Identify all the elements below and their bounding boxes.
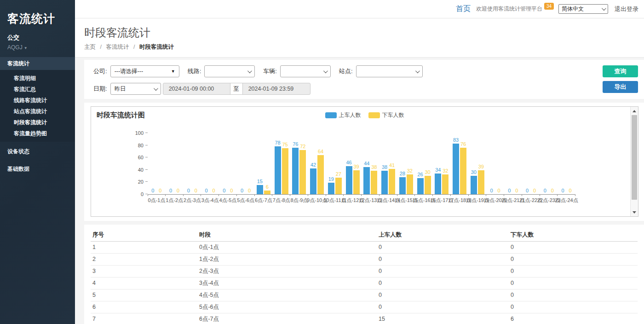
scrollbar-thumb[interactable] — [632, 115, 637, 200]
logout-link[interactable]: 退出登录 — [615, 5, 638, 13]
x-axis-label: 4点-5点 — [219, 197, 236, 204]
bar-下车人数[interactable] — [407, 174, 413, 194]
bar-上车人数[interactable] — [471, 176, 477, 194]
breadcrumb-section[interactable]: 客流统计 — [106, 44, 129, 50]
table-row[interactable]: 43点-4点00 — [91, 277, 638, 289]
vehicle-select[interactable] — [280, 65, 331, 77]
date-preset-select[interactable]: 昨日 — [110, 83, 161, 95]
table-cell: 0 — [509, 241, 638, 253]
bar-value-label: 0 — [526, 188, 529, 193]
sidebar-item-客流量趋势图[interactable]: 客流量趋势图 — [0, 128, 75, 139]
scroll-up-button[interactable] — [631, 107, 638, 115]
bar-上车人数[interactable] — [363, 167, 370, 194]
legend-item-下车人数[interactable]: 下车人数 — [368, 111, 404, 119]
legend-item-上车人数[interactable]: 上车人数 — [325, 111, 361, 119]
language-select[interactable]: 简体中文 — [558, 4, 608, 14]
bar-上车人数[interactable] — [453, 144, 459, 194]
bar-上车人数[interactable] — [435, 174, 441, 194]
bar-上车人数[interactable] — [310, 168, 316, 194]
date-from-input[interactable]: 2024-01-09 00:00 — [163, 83, 230, 95]
sidebar-group-passenger-stats[interactable]: 客流统计 — [0, 57, 75, 70]
bar-value-label: 72 — [300, 144, 305, 149]
export-button[interactable]: 导出 — [603, 81, 638, 93]
table-row[interactable]: 76点-7点156 — [91, 313, 638, 324]
bar-下车人数[interactable] — [442, 174, 448, 194]
home-link[interactable]: 首页 — [456, 4, 471, 14]
bar-value-label: 0 — [508, 188, 511, 193]
sidebar-item-客流明细[interactable]: 客流明细 — [0, 73, 75, 84]
bar-下车人数[interactable] — [335, 178, 342, 194]
bar-上车人数[interactable] — [346, 166, 352, 194]
sidebar-item-时段客流统计[interactable]: 时段客流统计 — [0, 117, 75, 128]
bar-group-16点-17点: 3432 — [433, 133, 451, 194]
bar-value-label: 0 — [515, 188, 518, 193]
x-axis-label-cell: 2点-3点 — [184, 197, 201, 204]
bar-slot: 0 — [496, 133, 502, 194]
bar-group-0点-1点: 00 — [148, 133, 166, 194]
sidebar-item-基础数据[interactable]: 基础数据 — [0, 161, 75, 177]
table-cell: 0点-1点 — [197, 241, 377, 253]
sidebar: 客流统计 公交 AQGJ▼ 客流统计客流明细客流汇总线路客流统计站点客流统计时段… — [0, 0, 75, 324]
notification-badge[interactable]: 34 — [544, 3, 554, 10]
bar-value-label: 0 — [490, 188, 493, 193]
bar-group-10点-11点: 1927 — [326, 133, 344, 194]
bar-上车人数[interactable] — [381, 171, 388, 194]
bar-上车人数[interactable] — [417, 178, 424, 194]
bar-下车人数[interactable] — [264, 191, 270, 194]
bar-上车人数[interactable] — [257, 185, 263, 194]
table-cell: 0 — [509, 253, 638, 265]
bar-下车人数[interactable] — [353, 170, 360, 194]
table-row[interactable]: 32点-3点00 — [91, 265, 638, 277]
table-panel: 序号时段上车人数下车人数 10点-1点0021点-2点0032点-3点0043点… — [84, 225, 644, 324]
bar-下车人数[interactable] — [460, 148, 466, 194]
sidebar-item-设备状态[interactable]: 设备状态 — [0, 144, 75, 159]
x-axis-ticks — [148, 194, 575, 196]
table-cell: 0 — [377, 241, 509, 253]
line-select[interactable] — [204, 65, 255, 77]
x-axis-label-cell: 0点-1点 — [148, 197, 166, 204]
breadcrumb-separator: / — [133, 44, 135, 50]
bar-value-label: 0 — [195, 188, 197, 193]
bar-下车人数[interactable] — [371, 171, 377, 194]
bar-value-label: 19 — [328, 176, 334, 182]
station-select[interactable] — [356, 65, 423, 77]
bar-下车人数[interactable] — [282, 148, 288, 194]
bar-value-label: 39 — [354, 164, 359, 169]
company-select[interactable]: ---请选择--- ▼ — [110, 65, 179, 77]
breadcrumb-home[interactable]: 主页 — [84, 44, 96, 50]
bar-下车人数[interactable] — [317, 155, 324, 194]
table-row[interactable]: 65点-6点00 — [91, 301, 638, 313]
bar-上车人数[interactable] — [275, 146, 281, 194]
table-cell: 6 — [91, 301, 197, 313]
bar-slot: 38 — [371, 133, 377, 194]
bar-上车人数[interactable] — [399, 177, 406, 194]
sidebar-item-线路客流统计[interactable]: 线路客流统计 — [0, 95, 75, 106]
bar-下车人数[interactable] — [389, 169, 395, 194]
bar-value-label: 0 — [569, 188, 572, 193]
sidebar-item-客流汇总[interactable]: 客流汇总 — [0, 84, 75, 95]
bar-上车人数[interactable] — [328, 183, 334, 194]
date-to-input[interactable]: 2024-01-09 23:59 — [242, 83, 310, 95]
bar-上车人数[interactable] — [292, 148, 299, 194]
bar-下车人数[interactable] — [299, 150, 306, 194]
bar-下车人数[interactable] — [425, 176, 431, 194]
org-code-dropdown[interactable]: AQGJ▼ — [7, 44, 68, 51]
table-row[interactable]: 54点-5点00 — [91, 289, 638, 301]
bar-value-label: 46 — [346, 160, 352, 165]
sidebar-item-站点客流统计[interactable]: 站点客流统计 — [0, 106, 75, 117]
scroll-down-button[interactable] — [631, 208, 638, 216]
chart-scrollbar[interactable] — [630, 107, 638, 216]
bar-slot: 0 — [560, 133, 566, 194]
x-tick — [486, 194, 504, 196]
org-name: 公交 — [7, 34, 68, 42]
bar-slot: 44 — [363, 133, 370, 194]
table-row[interactable]: 21点-2点00 — [91, 253, 638, 265]
table-row[interactable]: 10点-1点00 — [91, 241, 638, 253]
query-button[interactable]: 查询 — [603, 65, 638, 77]
x-tick — [237, 194, 255, 196]
bar-slot: 30 — [471, 133, 477, 194]
bar-下车人数[interactable] — [478, 170, 484, 194]
bar-group-4点-5点: 00 — [219, 133, 237, 194]
triangle-down-icon — [632, 211, 636, 214]
bar-value-label: 0 — [230, 188, 233, 193]
